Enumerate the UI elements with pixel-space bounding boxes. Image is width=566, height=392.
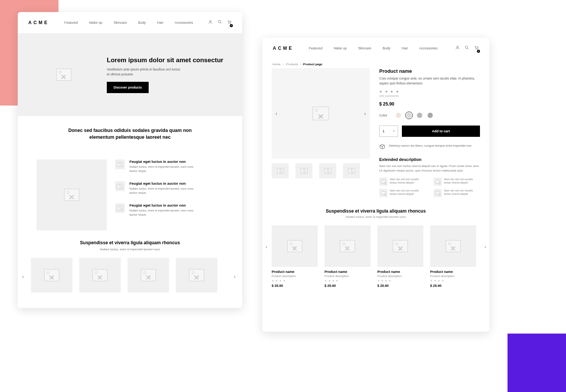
quantity-select[interactable]: 1▾ [379,126,398,137]
feature-title: Feugiat eget luctus in auctor non [129,203,197,207]
chevron-left-icon[interactable]: ‹ [275,110,277,116]
related-desc: Product description [272,274,318,278]
related-price: $ 25.90 [430,284,476,288]
user-icon[interactable] [455,45,460,52]
extdesc-title: Extended description [379,157,480,162]
extdesc-text: Nam nec est non nuvelis lectus viverra a… [390,178,424,184]
breadcrumb-item[interactable]: Products [286,63,298,66]
related-stars: ★ ★ ★ ★ [377,279,423,282]
related-products: Suspendisse et viverra ligula aliquam rh… [262,197,489,288]
chevron-left-icon[interactable]: ‹ [22,274,26,278]
related-name: Product name [272,270,318,274]
delivery-info: Delivery rutrum dui libero, congue tempu… [379,144,480,150]
gallery-thumb[interactable] [319,163,336,178]
extended-description: Extended description Nam nec est non luc… [379,157,480,197]
carousel-title: Suspendisse et viverra ligula aliquam rh… [31,240,229,245]
chevron-right-icon: › [283,63,284,66]
nav-link[interactable]: Body [138,21,146,24]
site-header: ACME Featured Make up Skincare Body Hair… [262,38,489,59]
extdesc-item: Nam nec est non nuvelis lectus viverra a… [379,189,426,197]
extdesc-body: Nam nec est non luctus viverra aliquet n… [379,164,480,173]
feature-title: Feugiat eget luctus in auctor non [129,159,197,164]
discover-button[interactable]: Discover products [107,82,149,93]
search-icon[interactable] [217,19,222,26]
box-icon [379,144,385,150]
comments-count[interactable]: 240 comments [379,94,480,98]
gallery-image-placeholder [312,107,329,120]
feature-title: Feugiat eget luctus in auctor non [129,181,197,185]
nav-link[interactable]: Featured [64,21,78,24]
features-row: Feugiat eget luctus in auctor nonNullam … [18,159,242,230]
hero-image-placeholder [34,48,94,101]
chevron-right-icon[interactable]: › [234,274,238,278]
carousel-item[interactable] [128,258,169,292]
cart-badge: 0 [477,50,480,53]
logo[interactable]: ACME [273,46,294,51]
related-item[interactable]: Product name Product description ★ ★ ★ ★… [272,225,318,288]
search-icon[interactable] [464,45,469,52]
related-item[interactable]: Product name Product description ★ ★ ★ ★… [377,225,423,288]
related-sub: Nullam luctus, enim id imperdiet laoreet… [272,215,480,219]
related-name: Product name [430,270,476,274]
gallery-thumb[interactable] [343,163,360,178]
carousel-item[interactable] [31,258,72,292]
extdesc-item: Nam nec est non nuvelis lectus viverra a… [434,189,480,197]
gallery-thumbs [272,163,370,178]
add-to-cart-button[interactable]: Add to cart [402,126,480,137]
chevron-right-icon[interactable]: › [484,244,486,250]
related-price: $ 25.90 [272,284,318,288]
svg-point-2 [229,23,229,24]
nav-link[interactable]: Hair [401,46,408,50]
nav-link[interactable]: Hair [157,21,163,24]
cart-icon[interactable]: 0 [227,19,232,26]
svg-point-5 [465,46,468,49]
color-swatch[interactable] [417,113,422,118]
nav-link[interactable]: Skincare [358,46,371,50]
intro-section: Donec sed faucibus odiduis sodales gravi… [18,116,242,159]
color-swatch[interactable] [428,113,433,118]
feature-item: Feugiat eget luctus in auctor nonNullam … [115,203,223,217]
extdesc-item: Nam nec est non nuvelis lectus viverra a… [434,178,480,186]
breadcrumb-item[interactable]: Home [272,63,280,66]
color-label: Color [379,113,391,117]
related-item[interactable]: Product name Product description ★ ★ ★ ★… [430,225,476,288]
feature-body: Nullam luctus, enim id imperdiet laoreet… [129,209,197,217]
extdesc-text: Nam nec est non nuvelis lectus viverra a… [444,189,478,196]
product-page-mockup: ACME Featured Make up Skincare Body Hair… [262,38,489,332]
carousel-item[interactable] [176,258,217,292]
related-stars: ★ ★ ★ ★ [272,279,318,282]
nav-link[interactable]: Make up [334,46,347,50]
color-swatch[interactable] [396,113,401,118]
nav-link[interactable]: Body [383,46,391,50]
user-icon[interactable] [208,19,213,26]
chevron-right-icon: › [300,63,301,66]
feature-body: Nullam luctus, enim id imperdiet laoreet… [129,187,197,195]
svg-point-6 [476,49,476,49]
nav-link[interactable]: Accessories [175,21,193,24]
svg-point-4 [457,46,458,47]
nav-link[interactable]: Featured [309,46,322,50]
carousel-item[interactable] [79,258,121,292]
related-image-placeholder [430,225,476,267]
nav-link[interactable]: Accessories [419,46,438,50]
related-image-placeholder [377,225,423,267]
chevron-right-icon[interactable]: › [364,110,366,116]
logo[interactable]: ACME [28,20,49,25]
intro-heading: Donec sed faucibus odiduis sodales gravi… [64,127,196,141]
related-image-placeholder [272,225,318,267]
product-price: $ 25.90 [379,101,480,107]
cart-icon[interactable]: 0 [474,45,479,52]
chevron-left-icon[interactable]: ‹ [266,244,267,250]
related-price: $ 25.90 [325,284,371,288]
nav-link[interactable]: Skincare [114,21,127,24]
related-item[interactable]: Product name Product description ★ ★ ★ ★… [325,225,371,288]
gallery-thumb[interactable] [272,163,289,178]
carousel-sub: Nullam luctus, enim id imperdiet laoreet… [31,248,229,251]
delivery-text: Delivery rutrum dui libero, congue tempu… [389,144,471,148]
feature-thumb [115,203,125,213]
gallery-thumb[interactable] [295,163,312,178]
svg-point-0 [209,20,211,22]
nav-link[interactable]: Make up [89,21,102,24]
color-swatch[interactable] [406,113,412,118]
feature-thumb [115,159,125,169]
